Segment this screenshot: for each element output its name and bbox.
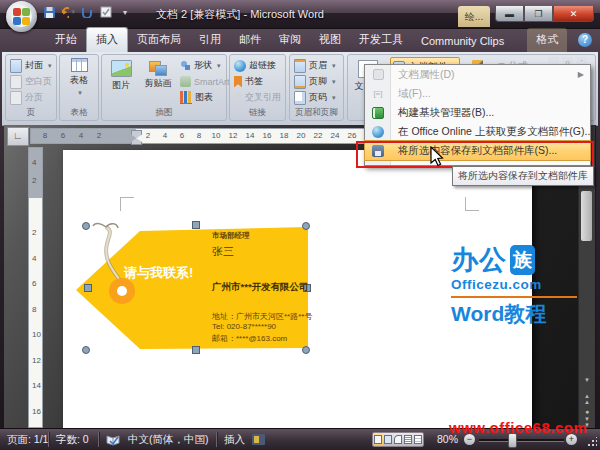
undo-icon[interactable] bbox=[61, 5, 75, 19]
page-break-button[interactable]: 分页 bbox=[8, 90, 54, 105]
selection-handle bbox=[193, 347, 200, 354]
page-break-icon bbox=[10, 91, 22, 105]
redo-icon[interactable] bbox=[80, 5, 94, 19]
cross-reference-button[interactable]: 交叉引用 bbox=[232, 90, 283, 105]
selection-handle bbox=[83, 223, 90, 230]
menu-item-office-online[interactable]: 在 Office Online 上获取更多文档部件(G)... bbox=[365, 122, 590, 141]
tutorial-series: Word教程 bbox=[451, 300, 577, 328]
business-tag[interactable]: 市场部经理 张三 请与我联系! 广州市***开发有限公司 地址：广州市天河区**… bbox=[72, 219, 314, 357]
ruler-number: 14 bbox=[246, 131, 255, 140]
ruler-number: 20 bbox=[297, 131, 306, 140]
tab-selector[interactable]: ∟ bbox=[7, 127, 29, 146]
fullscreen-view-button[interactable] bbox=[383, 433, 393, 446]
menu-item-building-blocks[interactable]: 构建基块管理器(B)... bbox=[365, 103, 590, 122]
hyperlink-button[interactable]: 超链接 bbox=[232, 58, 283, 73]
ruler-number: 2 bbox=[97, 131, 101, 140]
ruler-number: 22 bbox=[314, 131, 323, 140]
draft-view-button[interactable] bbox=[413, 433, 423, 446]
building-blocks-icon bbox=[370, 107, 386, 119]
ruler-number: 12 bbox=[32, 355, 41, 364]
close-button[interactable]: ✕ bbox=[553, 6, 594, 22]
record-checkbox-icon[interactable] bbox=[99, 5, 113, 19]
group-label-header-footer: 页眉和页脚 bbox=[290, 107, 343, 119]
ruler-number: 8 bbox=[43, 131, 47, 140]
menu-item-document-property[interactable]: 文档属性(D) ▶ bbox=[365, 65, 590, 84]
ruler-number: 16 bbox=[32, 406, 41, 415]
header-button[interactable]: 页眉 bbox=[292, 58, 341, 73]
tab-mailings[interactable]: 邮件 bbox=[230, 28, 270, 52]
ruler-number: 2 bbox=[32, 176, 36, 185]
quick-access-toolbar: ▾ bbox=[42, 5, 132, 19]
macro-icon[interactable] bbox=[252, 434, 265, 447]
tab-view[interactable]: 视图 bbox=[310, 28, 350, 52]
footer-icon bbox=[294, 75, 306, 89]
help-icon[interactable]: ? bbox=[578, 33, 592, 47]
group-tables: 表格 表格 bbox=[59, 54, 99, 121]
tab-format[interactable]: 格式 bbox=[527, 28, 567, 52]
clipart-button[interactable]: 剪贴画 bbox=[138, 57, 178, 105]
ruler-number: 4 bbox=[79, 131, 83, 140]
table-button[interactable]: 表格 bbox=[60, 55, 98, 97]
blank-page-button[interactable]: 空白页 bbox=[8, 74, 54, 89]
office-button[interactable] bbox=[6, 1, 37, 32]
smartart-icon bbox=[180, 76, 191, 87]
tab-developer[interactable]: 开发工具 bbox=[350, 28, 412, 52]
page-indicator[interactable]: 页面: 1/1 bbox=[7, 433, 48, 447]
bookmark-button[interactable]: 书签 bbox=[232, 74, 283, 89]
word-count[interactable]: 字数: 0 bbox=[56, 433, 89, 447]
page-number-icon bbox=[294, 91, 306, 105]
print-layout-view-button[interactable] bbox=[373, 433, 383, 446]
clipart-icon bbox=[149, 60, 167, 75]
chart-icon bbox=[180, 91, 192, 104]
vertical-ruler[interactable]: 42246810121416 bbox=[28, 147, 43, 428]
previous-page-button[interactable]: ▲▲ bbox=[579, 393, 595, 405]
picture-button[interactable]: 图片 bbox=[104, 57, 138, 105]
tooltip: 将所选内容保存到文档部件库 bbox=[452, 166, 594, 186]
header-icon bbox=[294, 59, 306, 73]
footer-button[interactable]: 页脚 bbox=[292, 74, 341, 89]
insert-mode-indicator[interactable]: 插入 bbox=[224, 433, 245, 447]
minimize-button[interactable]: ▬ bbox=[495, 6, 524, 22]
tab-insert[interactable]: 插入 bbox=[86, 27, 128, 52]
spellcheck-icon[interactable] bbox=[106, 434, 120, 448]
tab-references[interactable]: 引用 bbox=[190, 28, 230, 52]
site-url: Officezu.com bbox=[451, 277, 577, 292]
scrollbar-thumb[interactable] bbox=[581, 191, 592, 241]
language-indicator[interactable]: 中文(简体，中国) bbox=[128, 433, 209, 447]
tab-page-layout[interactable]: 页面布局 bbox=[128, 28, 190, 52]
ruler-number: 6 bbox=[32, 279, 36, 288]
tab-home[interactable]: 开始 bbox=[46, 28, 86, 52]
web-layout-view-button[interactable] bbox=[393, 433, 403, 446]
cross-reference-icon bbox=[234, 92, 242, 103]
restore-button[interactable]: ❐ bbox=[524, 6, 553, 22]
smartart-button[interactable]: SmartArt bbox=[178, 74, 232, 89]
logo-divider bbox=[451, 296, 577, 298]
chart-button[interactable]: 图表 bbox=[178, 90, 232, 105]
table-icon bbox=[71, 58, 88, 72]
qat-customize-icon[interactable]: ▾ bbox=[118, 5, 132, 19]
brand-text: 办公 bbox=[451, 242, 507, 278]
annotation-highlight-box bbox=[356, 141, 594, 168]
select-browse-object-button[interactable]: ● bbox=[579, 408, 595, 415]
bookmark-icon bbox=[234, 76, 242, 88]
scroll-down-button[interactable]: ▼ bbox=[579, 377, 595, 383]
page-number-button[interactable]: 页码 bbox=[292, 90, 341, 105]
tag-email: 邮箱：****@163.com bbox=[212, 333, 287, 344]
office-logo-icon bbox=[11, 6, 32, 27]
save-icon[interactable] bbox=[42, 5, 56, 19]
tag-tel: Tel: 020-87*****90 bbox=[212, 322, 276, 331]
selection-handle bbox=[193, 222, 200, 229]
tab-community-clips[interactable]: Community Clips bbox=[412, 31, 513, 52]
outline-view-button[interactable] bbox=[403, 433, 413, 446]
shapes-button[interactable]: 形状 bbox=[178, 58, 232, 73]
ruler-number: 14 bbox=[32, 381, 41, 390]
group-label-illustrations: 插图 bbox=[102, 107, 226, 119]
cover-page-button[interactable]: 封面 bbox=[8, 58, 54, 73]
menu-item-field[interactable]: [≡] 域(F)... bbox=[365, 84, 590, 103]
ruler-margin-segment bbox=[29, 148, 42, 198]
resize-grip[interactable] bbox=[587, 437, 597, 447]
tag-name: 张三 bbox=[212, 244, 234, 259]
ruler-number: 12 bbox=[229, 131, 238, 140]
zoom-slider-track[interactable] bbox=[479, 439, 564, 441]
tab-review[interactable]: 审阅 bbox=[270, 28, 310, 52]
